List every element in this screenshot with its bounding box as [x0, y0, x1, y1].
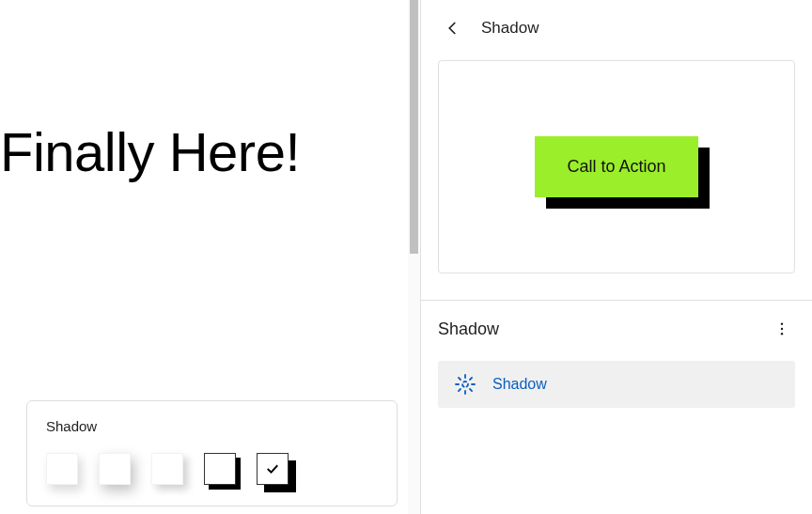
shadow-popover: Shadow — [26, 400, 398, 506]
scrollbar-thumb[interactable] — [410, 0, 418, 254]
shadow-item-row[interactable]: Shadow — [438, 361, 795, 408]
svg-point-1 — [781, 328, 783, 330]
shadow-section-header: Shadow — [421, 301, 812, 357]
chevron-left-icon — [445, 20, 461, 37]
check-icon — [264, 460, 281, 477]
svg-point-3 — [462, 382, 468, 387]
shadow-option-soft[interactable] — [151, 453, 183, 485]
svg-line-8 — [459, 378, 461, 380]
canvas-scrollbar[interactable] — [408, 0, 420, 514]
shadow-option-natural[interactable] — [46, 453, 78, 485]
more-vertical-icon — [773, 320, 790, 337]
shadow-item-label: Shadow — [492, 376, 547, 393]
canvas-heading-text: Finally Here! — [0, 120, 300, 183]
shadow-option-deep[interactable] — [99, 453, 131, 485]
svg-line-9 — [470, 389, 472, 391]
shadow-swatch-row — [46, 453, 378, 485]
back-button[interactable] — [442, 17, 464, 39]
preview-card: Call to Action — [438, 60, 795, 273]
shadow-section-label: Shadow — [438, 319, 499, 339]
svg-line-11 — [470, 378, 472, 380]
svg-point-2 — [781, 333, 783, 335]
svg-line-10 — [459, 389, 461, 391]
shadow-option-crisp[interactable] — [204, 453, 236, 485]
shadow-option-outlined[interactable] — [257, 453, 289, 485]
preview-cta-button[interactable]: Call to Action — [535, 136, 697, 197]
sun-icon — [453, 372, 477, 397]
svg-point-0 — [781, 323, 783, 325]
sidebar-header: Shadow — [421, 0, 812, 60]
more-options-button[interactable] — [769, 316, 795, 342]
shadow-popover-title: Shadow — [46, 418, 378, 434]
editor-canvas[interactable]: Finally Here! Shadow — [0, 0, 420, 514]
inspector-sidebar: Shadow Call to Action Shadow — [420, 0, 812, 514]
sidebar-header-title: Shadow — [481, 19, 539, 38]
